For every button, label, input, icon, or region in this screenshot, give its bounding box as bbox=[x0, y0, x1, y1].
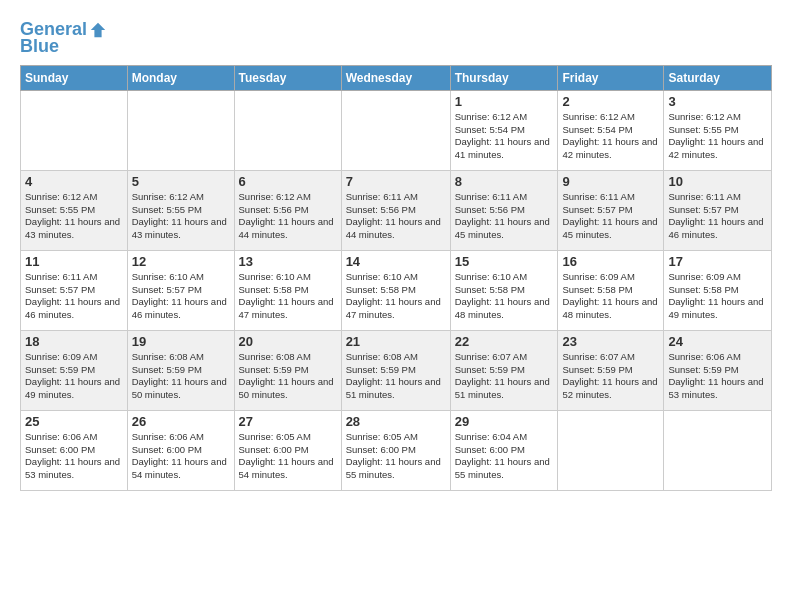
calendar-week-row: 4Sunrise: 6:12 AM Sunset: 5:55 PM Daylig… bbox=[21, 170, 772, 250]
day-info: Sunrise: 6:11 AM Sunset: 5:56 PM Dayligh… bbox=[346, 191, 446, 242]
svg-marker-0 bbox=[91, 23, 105, 37]
calendar-cell bbox=[127, 90, 234, 170]
calendar-cell: 18Sunrise: 6:09 AM Sunset: 5:59 PM Dayli… bbox=[21, 330, 128, 410]
day-info: Sunrise: 6:09 AM Sunset: 5:58 PM Dayligh… bbox=[668, 271, 767, 322]
calendar-cell: 20Sunrise: 6:08 AM Sunset: 5:59 PM Dayli… bbox=[234, 330, 341, 410]
day-info: Sunrise: 6:11 AM Sunset: 5:56 PM Dayligh… bbox=[455, 191, 554, 242]
day-info: Sunrise: 6:09 AM Sunset: 5:59 PM Dayligh… bbox=[25, 351, 123, 402]
day-info: Sunrise: 6:08 AM Sunset: 5:59 PM Dayligh… bbox=[132, 351, 230, 402]
logo-icon bbox=[89, 21, 107, 39]
day-info: Sunrise: 6:10 AM Sunset: 5:58 PM Dayligh… bbox=[346, 271, 446, 322]
calendar-week-row: 1Sunrise: 6:12 AM Sunset: 5:54 PM Daylig… bbox=[21, 90, 772, 170]
day-number: 3 bbox=[668, 94, 767, 109]
calendar-cell: 24Sunrise: 6:06 AM Sunset: 5:59 PM Dayli… bbox=[664, 330, 772, 410]
calendar-cell: 12Sunrise: 6:10 AM Sunset: 5:57 PM Dayli… bbox=[127, 250, 234, 330]
day-number: 22 bbox=[455, 334, 554, 349]
calendar-cell: 6Sunrise: 6:12 AM Sunset: 5:56 PM Daylig… bbox=[234, 170, 341, 250]
calendar-cell: 17Sunrise: 6:09 AM Sunset: 5:58 PM Dayli… bbox=[664, 250, 772, 330]
day-number: 14 bbox=[346, 254, 446, 269]
day-info: Sunrise: 6:10 AM Sunset: 5:57 PM Dayligh… bbox=[132, 271, 230, 322]
calendar-cell: 26Sunrise: 6:06 AM Sunset: 6:00 PM Dayli… bbox=[127, 410, 234, 490]
calendar-cell: 23Sunrise: 6:07 AM Sunset: 5:59 PM Dayli… bbox=[558, 330, 664, 410]
day-number: 20 bbox=[239, 334, 337, 349]
day-number: 11 bbox=[25, 254, 123, 269]
day-number: 15 bbox=[455, 254, 554, 269]
day-info: Sunrise: 6:07 AM Sunset: 5:59 PM Dayligh… bbox=[455, 351, 554, 402]
day-number: 2 bbox=[562, 94, 659, 109]
header-thursday: Thursday bbox=[450, 65, 558, 90]
header-friday: Friday bbox=[558, 65, 664, 90]
day-info: Sunrise: 6:12 AM Sunset: 5:54 PM Dayligh… bbox=[562, 111, 659, 162]
day-info: Sunrise: 6:11 AM Sunset: 5:57 PM Dayligh… bbox=[25, 271, 123, 322]
calendar-cell: 9Sunrise: 6:11 AM Sunset: 5:57 PM Daylig… bbox=[558, 170, 664, 250]
calendar-cell: 19Sunrise: 6:08 AM Sunset: 5:59 PM Dayli… bbox=[127, 330, 234, 410]
calendar-cell: 1Sunrise: 6:12 AM Sunset: 5:54 PM Daylig… bbox=[450, 90, 558, 170]
calendar-cell: 2Sunrise: 6:12 AM Sunset: 5:54 PM Daylig… bbox=[558, 90, 664, 170]
header-wednesday: Wednesday bbox=[341, 65, 450, 90]
day-info: Sunrise: 6:12 AM Sunset: 5:55 PM Dayligh… bbox=[668, 111, 767, 162]
logo: General Blue bbox=[20, 20, 107, 57]
day-info: Sunrise: 6:07 AM Sunset: 5:59 PM Dayligh… bbox=[562, 351, 659, 402]
day-number: 21 bbox=[346, 334, 446, 349]
calendar-cell bbox=[234, 90, 341, 170]
day-number: 13 bbox=[239, 254, 337, 269]
day-info: Sunrise: 6:09 AM Sunset: 5:58 PM Dayligh… bbox=[562, 271, 659, 322]
calendar-cell: 16Sunrise: 6:09 AM Sunset: 5:58 PM Dayli… bbox=[558, 250, 664, 330]
day-number: 29 bbox=[455, 414, 554, 429]
calendar-cell: 4Sunrise: 6:12 AM Sunset: 5:55 PM Daylig… bbox=[21, 170, 128, 250]
day-info: Sunrise: 6:05 AM Sunset: 6:00 PM Dayligh… bbox=[239, 431, 337, 482]
day-number: 5 bbox=[132, 174, 230, 189]
header-tuesday: Tuesday bbox=[234, 65, 341, 90]
day-number: 10 bbox=[668, 174, 767, 189]
day-number: 26 bbox=[132, 414, 230, 429]
day-number: 17 bbox=[668, 254, 767, 269]
calendar-week-row: 18Sunrise: 6:09 AM Sunset: 5:59 PM Dayli… bbox=[21, 330, 772, 410]
calendar-cell: 15Sunrise: 6:10 AM Sunset: 5:58 PM Dayli… bbox=[450, 250, 558, 330]
calendar-cell: 27Sunrise: 6:05 AM Sunset: 6:00 PM Dayli… bbox=[234, 410, 341, 490]
day-number: 27 bbox=[239, 414, 337, 429]
page-header: General Blue bbox=[20, 20, 772, 57]
day-info: Sunrise: 6:12 AM Sunset: 5:54 PM Dayligh… bbox=[455, 111, 554, 162]
day-number: 28 bbox=[346, 414, 446, 429]
day-info: Sunrise: 6:08 AM Sunset: 5:59 PM Dayligh… bbox=[346, 351, 446, 402]
day-info: Sunrise: 6:12 AM Sunset: 5:55 PM Dayligh… bbox=[132, 191, 230, 242]
day-number: 18 bbox=[25, 334, 123, 349]
calendar-cell bbox=[341, 90, 450, 170]
day-info: Sunrise: 6:04 AM Sunset: 6:00 PM Dayligh… bbox=[455, 431, 554, 482]
day-info: Sunrise: 6:10 AM Sunset: 5:58 PM Dayligh… bbox=[455, 271, 554, 322]
calendar-cell: 22Sunrise: 6:07 AM Sunset: 5:59 PM Dayli… bbox=[450, 330, 558, 410]
header-sunday: Sunday bbox=[21, 65, 128, 90]
calendar-cell: 11Sunrise: 6:11 AM Sunset: 5:57 PM Dayli… bbox=[21, 250, 128, 330]
calendar-cell: 10Sunrise: 6:11 AM Sunset: 5:57 PM Dayli… bbox=[664, 170, 772, 250]
calendar-cell: 14Sunrise: 6:10 AM Sunset: 5:58 PM Dayli… bbox=[341, 250, 450, 330]
day-number: 12 bbox=[132, 254, 230, 269]
day-info: Sunrise: 6:06 AM Sunset: 6:00 PM Dayligh… bbox=[132, 431, 230, 482]
header-saturday: Saturday bbox=[664, 65, 772, 90]
day-number: 6 bbox=[239, 174, 337, 189]
calendar-cell: 28Sunrise: 6:05 AM Sunset: 6:00 PM Dayli… bbox=[341, 410, 450, 490]
day-number: 16 bbox=[562, 254, 659, 269]
day-number: 19 bbox=[132, 334, 230, 349]
calendar-cell: 3Sunrise: 6:12 AM Sunset: 5:55 PM Daylig… bbox=[664, 90, 772, 170]
calendar-cell bbox=[21, 90, 128, 170]
calendar-week-row: 25Sunrise: 6:06 AM Sunset: 6:00 PM Dayli… bbox=[21, 410, 772, 490]
calendar-cell bbox=[558, 410, 664, 490]
calendar-cell bbox=[664, 410, 772, 490]
day-number: 25 bbox=[25, 414, 123, 429]
calendar-header-row: SundayMondayTuesdayWednesdayThursdayFrid… bbox=[21, 65, 772, 90]
day-info: Sunrise: 6:06 AM Sunset: 5:59 PM Dayligh… bbox=[668, 351, 767, 402]
day-number: 9 bbox=[562, 174, 659, 189]
calendar-cell: 25Sunrise: 6:06 AM Sunset: 6:00 PM Dayli… bbox=[21, 410, 128, 490]
day-number: 8 bbox=[455, 174, 554, 189]
day-number: 23 bbox=[562, 334, 659, 349]
calendar-cell: 8Sunrise: 6:11 AM Sunset: 5:56 PM Daylig… bbox=[450, 170, 558, 250]
day-info: Sunrise: 6:06 AM Sunset: 6:00 PM Dayligh… bbox=[25, 431, 123, 482]
calendar-cell: 13Sunrise: 6:10 AM Sunset: 5:58 PM Dayli… bbox=[234, 250, 341, 330]
day-info: Sunrise: 6:11 AM Sunset: 5:57 PM Dayligh… bbox=[668, 191, 767, 242]
day-number: 1 bbox=[455, 94, 554, 109]
day-info: Sunrise: 6:12 AM Sunset: 5:55 PM Dayligh… bbox=[25, 191, 123, 242]
day-info: Sunrise: 6:11 AM Sunset: 5:57 PM Dayligh… bbox=[562, 191, 659, 242]
day-info: Sunrise: 6:12 AM Sunset: 5:56 PM Dayligh… bbox=[239, 191, 337, 242]
calendar-cell: 7Sunrise: 6:11 AM Sunset: 5:56 PM Daylig… bbox=[341, 170, 450, 250]
day-info: Sunrise: 6:05 AM Sunset: 6:00 PM Dayligh… bbox=[346, 431, 446, 482]
